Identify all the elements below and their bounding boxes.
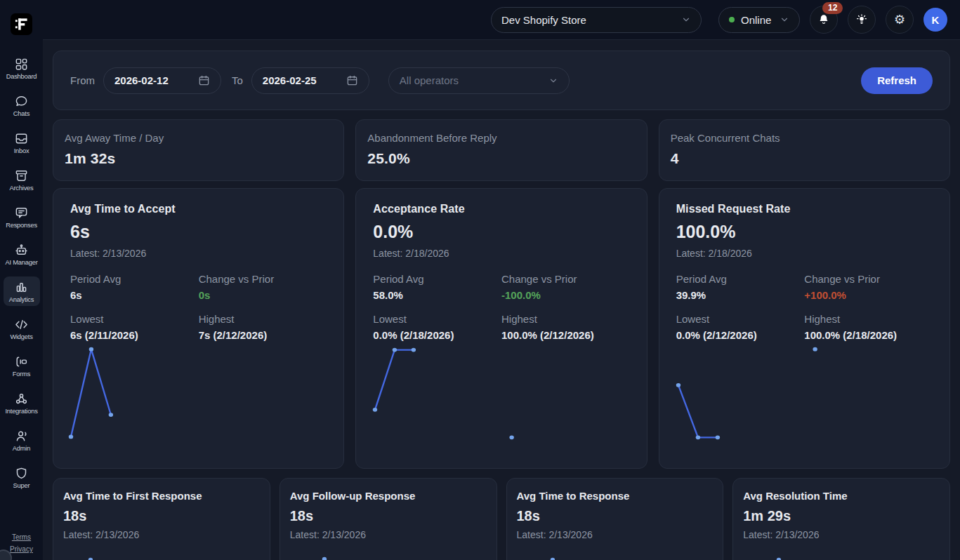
summary-value: 25.0%: [367, 150, 635, 167]
sidebar-item-admin[interactable]: Admin: [4, 425, 40, 455]
to-date-input[interactable]: 2026-02-25: [251, 67, 369, 94]
metric-latest: Latest: 2/18/2026: [373, 248, 629, 259]
sidebar-item-forms[interactable]: Forms: [4, 351, 40, 380]
bottom-row: Avg Time to First Response 18s Latest: 2…: [53, 478, 950, 560]
metric-card-avg-resolution-time: Avg Resolution Time 1m 29s Latest: 2/13/…: [732, 478, 950, 560]
change-label: Change vs Prior: [501, 273, 630, 285]
status-selector[interactable]: Online: [718, 7, 800, 33]
metric-value: 18s: [63, 508, 260, 524]
from-date-input[interactable]: 2026-02-12: [103, 67, 221, 94]
sidebar-footer: Terms Privacy: [10, 533, 33, 560]
calendar-icon: [198, 74, 210, 86]
sidebar-item-inbox[interactable]: Inbox: [4, 128, 40, 157]
sidebar-item-chats[interactable]: Chats: [4, 91, 40, 120]
metric-title: Avg Follow-up Response: [290, 490, 487, 502]
metric-value: 0.0%: [373, 222, 629, 242]
operators-select[interactable]: All operators: [388, 67, 570, 94]
metric-value: 18s: [290, 508, 487, 524]
lowest-value: 0.0% (2/18/2026): [373, 329, 501, 341]
summary-card-abandonment: Abandonment Before Reply 25.0%: [355, 119, 647, 181]
store-selector[interactable]: Dev Shopify Store: [491, 7, 702, 33]
summary-card-peak-chats: Peak Concurrent Chats 4: [659, 119, 950, 181]
sidebar-item-dashboard[interactable]: Dashboard: [4, 53, 40, 83]
period-avg-value: 58.0%: [373, 289, 501, 301]
settings-button[interactable]: ⚙: [886, 6, 914, 34]
lowest-label: Lowest: [373, 313, 501, 325]
summary-card-avg-away-time: Avg Away Time / Day 1m 32s: [53, 119, 344, 181]
dashboard-grid-icon: [14, 57, 29, 72]
metric-value: 1m 29s: [743, 508, 940, 524]
privacy-link[interactable]: Privacy: [10, 545, 33, 553]
sparkline-chart: [743, 549, 940, 560]
status-selector-value: Online: [741, 14, 771, 26]
lowest-value: 6s (2/11/2026): [70, 329, 199, 341]
metric-card-avg-time-to-accept: Avg Time to Accept 6s Latest: 2/13/2026 …: [53, 188, 344, 469]
period-avg-label: Period Avg: [373, 273, 501, 285]
metric-value: 18s: [517, 508, 714, 524]
sidebar: Dashboard Chats Inbox Archives Responses…: [0, 0, 43, 560]
sidebar-item-analytics[interactable]: Analytics: [4, 276, 40, 306]
to-label: To: [232, 74, 243, 86]
sidebar-item-label: Dashboard: [6, 73, 37, 80]
dashboard-content: From 2026-02-12 To 2026-02-25 All operat…: [43, 40, 960, 560]
summary-value: 1m 32s: [65, 150, 332, 167]
user-avatar[interactable]: K: [923, 8, 947, 32]
bar-chart-icon: [14, 280, 29, 295]
metric-title: Acceptance Rate: [373, 203, 629, 215]
period-avg-label: Period Avg: [70, 273, 199, 285]
sparkline-chart: [669, 341, 940, 458]
sidebar-nav: Dashboard Chats Inbox Archives Responses…: [4, 53, 40, 492]
app-logo[interactable]: [11, 13, 32, 35]
lowest-label: Lowest: [676, 313, 805, 325]
sidebar-item-super[interactable]: Super: [4, 462, 40, 492]
archive-box-icon: [14, 168, 29, 183]
chevron-down-icon: [681, 15, 691, 25]
filter-bar: From 2026-02-12 To 2026-02-25 All operat…: [53, 51, 950, 110]
sparkline-chart: [290, 549, 487, 560]
chevron-down-icon: [780, 15, 789, 25]
to-date-value: 2026-02-25: [263, 74, 317, 86]
sidebar-item-integrations[interactable]: Integrations: [4, 388, 40, 418]
metric-title: Avg Time to Accept: [70, 203, 327, 215]
refresh-button[interactable]: Refresh: [861, 67, 933, 94]
code-icon: [14, 317, 29, 332]
metric-row: Avg Time to Accept 6s Latest: 2/13/2026 …: [53, 188, 950, 469]
calendar-icon: [346, 74, 358, 86]
highest-value: 100.0% (2/12/2026): [501, 329, 630, 341]
tips-button[interactable]: [848, 6, 876, 34]
period-avg-label: Period Avg: [676, 273, 805, 285]
metric-latest: Latest: 2/18/2026: [676, 248, 933, 259]
metric-card-acceptance-rate: Acceptance Rate 0.0% Latest: 2/18/2026 P…: [355, 188, 647, 469]
bell-icon: [817, 13, 831, 27]
sidebar-item-ai-manager[interactable]: AI Manager: [4, 239, 40, 269]
highest-value: 100.0% (2/18/2026): [804, 329, 933, 341]
terms-link[interactable]: Terms: [12, 533, 31, 541]
period-avg-value: 39.9%: [676, 289, 805, 301]
admin-person-icon: [14, 429, 29, 444]
sidebar-item-label: AI Manager: [5, 259, 37, 266]
highest-label: Highest: [804, 313, 933, 325]
operators-placeholder: All operators: [400, 74, 459, 86]
sidebar-item-responses[interactable]: Responses: [4, 202, 40, 232]
sidebar-item-label: Admin: [13, 445, 30, 452]
summary-value: 4: [671, 150, 938, 167]
notifications-button[interactable]: 12: [810, 6, 838, 34]
from-date-value: 2026-02-12: [114, 74, 169, 86]
sidebar-item-label: Widgets: [10, 333, 32, 340]
metric-title: Avg Resolution Time: [743, 490, 940, 502]
metric-title: Avg Time to First Response: [63, 490, 260, 502]
metric-card-missed-request-rate: Missed Request Rate 100.0% Latest: 2/18/…: [659, 188, 950, 469]
shield-icon: [14, 466, 29, 481]
metric-card-avg-time-to-response: Avg Time to Response 18s Latest: 2/13/20…: [506, 478, 724, 560]
sidebar-item-widgets[interactable]: Widgets: [4, 314, 40, 343]
sidebar-item-label: Forms: [13, 371, 30, 378]
metric-value: 100.0%: [676, 222, 933, 242]
sidebar-item-label: Integrations: [5, 408, 37, 415]
sidebar-item-label: Archives: [9, 185, 33, 192]
metric-title: Avg Time to Response: [517, 490, 714, 502]
lowest-label: Lowest: [70, 313, 199, 325]
change-value: -100.0%: [501, 289, 630, 301]
sparkline-chart: [63, 341, 334, 458]
sidebar-item-archives[interactable]: Archives: [4, 165, 40, 194]
chevron-down-icon: [548, 76, 558, 86]
